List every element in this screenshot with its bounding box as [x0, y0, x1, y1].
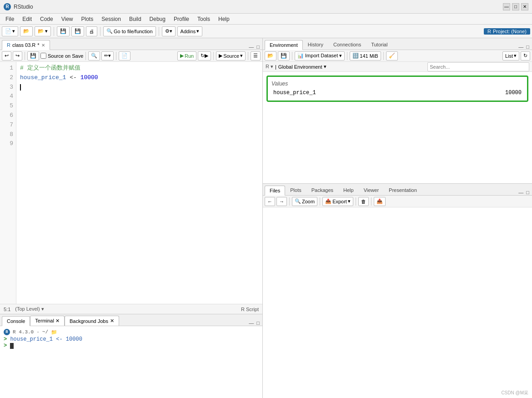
undo-button[interactable]: ↩ [2, 51, 11, 60]
menu-session[interactable]: Session [98, 15, 125, 23]
menu-build[interactable]: Build [125, 15, 145, 23]
cursor-position: 5:1 [4, 307, 10, 312]
env-tab-bar: Environment History Connections Tutorial… [263, 38, 532, 50]
print-button[interactable]: 🖨 [86, 26, 97, 36]
menu-code[interactable]: Code [36, 15, 57, 23]
tab-environment[interactable]: Environment [265, 40, 303, 50]
search-button[interactable]: 🔍 [88, 51, 100, 60]
maximize-console-button[interactable]: □ [256, 320, 261, 326]
publish-button[interactable]: 📤 [374, 197, 386, 206]
menu-tools[interactable]: Tools [194, 15, 214, 23]
files-toolbar: ← → 🔍 Zoom 📤 Export ▾ 🗑 📤 [263, 196, 532, 207]
save-all-button[interactable]: 💾 [71, 26, 84, 36]
env-highlight-box: Values house_price_1 10000 [266, 76, 528, 102]
addins-button[interactable]: Addins ▾ [177, 26, 203, 36]
workspace-button[interactable]: ⚙▾ [162, 26, 176, 36]
maximize-editor-button[interactable]: □ [256, 44, 261, 50]
editor-area: R class 03.R * ✕ — □ ↩ ↪ 💾 S [0, 38, 262, 314]
tab-viewer[interactable]: Viewer [359, 185, 384, 195]
env-section-values: Values [271, 81, 523, 87]
run-button[interactable]: ▶ Run [177, 51, 196, 60]
tab-terminal[interactable]: Terminal ✕ [30, 316, 65, 326]
menu-plots[interactable]: Plots [78, 15, 97, 23]
memory-indicator: 🔢 141 MiB [350, 51, 381, 60]
env-search-input[interactable] [427, 62, 529, 71]
refresh-button[interactable]: ↻ [521, 51, 530, 60]
project-badge[interactable]: R Project: (None) [484, 28, 530, 35]
tab-packages[interactable]: Packages [306, 185, 338, 195]
tab-plots[interactable]: Plots [285, 185, 306, 195]
code-editor[interactable]: 1 2 3 4 5 6 7 8 9 # 定义一个函数并赋值house_price… [0, 62, 262, 304]
open-file-button[interactable]: 📂 [20, 26, 33, 36]
left-panel: R class 03.R * ✕ — □ ↩ ↪ 💾 S [0, 38, 263, 398]
import-dataset-button[interactable]: 📊 Import Dataset ▾ [295, 51, 345, 60]
editor-tab-controls: — □ [248, 44, 262, 50]
menu-file[interactable]: File [2, 15, 18, 23]
tab-console[interactable]: Console [2, 316, 30, 326]
collapse-editor-button[interactable]: — [248, 44, 255, 50]
clear-workspace-button[interactable]: 🧹 [386, 51, 398, 60]
export-button[interactable]: 📤 Export ▾ [322, 197, 353, 206]
source-on-save-checkbox[interactable] [40, 53, 46, 59]
compile-button[interactable]: 📄 [119, 51, 130, 60]
code-content[interactable]: # 定义一个函数并赋值house_price_1 <- 10000 [16, 62, 262, 304]
script-type: R Script [241, 307, 259, 312]
files-sep-2 [320, 197, 320, 206]
close-button[interactable]: ✕ [521, 3, 528, 10]
tab-files[interactable]: Files [265, 186, 285, 196]
menu-profile[interactable]: Profile [170, 15, 193, 23]
menu-debug[interactable]: Debug [146, 15, 169, 23]
window-controls[interactable]: — □ ✕ [503, 3, 528, 10]
maximize-button[interactable]: □ [512, 3, 519, 10]
open-folder-icon[interactable]: 📁 [51, 329, 57, 335]
rerun-button[interactable]: ↻▶ [198, 51, 211, 60]
forward-button[interactable]: → [276, 197, 287, 206]
save-workspace-button[interactable]: 💾 [278, 51, 290, 60]
env-sep-2 [347, 52, 347, 60]
tab-help[interactable]: Help [338, 185, 359, 195]
tab-history[interactable]: History [303, 40, 328, 50]
maximize-files-button[interactable]: □ [525, 190, 530, 195]
collapse-files-button[interactable]: — [517, 190, 524, 195]
menu-edit[interactable]: Edit [19, 15, 35, 23]
editor-options-button[interactable]: ☰ [251, 51, 261, 60]
right-panel: Environment History Connections Tutorial… [263, 38, 532, 398]
tab-modified-indicator: * [37, 42, 39, 48]
new-file-button[interactable]: 📄▾ [2, 26, 18, 36]
zoom-button[interactable]: 🔍 Zoom [292, 197, 317, 206]
list-mode-button[interactable]: List ▾ [502, 51, 519, 60]
load-workspace-button[interactable]: 📂 [265, 51, 276, 60]
collapse-env-button[interactable]: — [517, 44, 524, 50]
console-content[interactable]: R R 4.3.0 · ~/ 📁 > house_price_1 <- 1000… [0, 326, 262, 398]
files-sep-1 [289, 197, 290, 206]
save-button[interactable]: 💾 [57, 26, 70, 36]
ed-sep-3 [116, 52, 116, 60]
source-on-save-label[interactable]: Source on Save [40, 53, 83, 59]
scope-bar: R ▾ | Global Environment ▾ [263, 62, 532, 72]
maximize-env-button[interactable]: □ [525, 44, 530, 50]
open-recent-button[interactable]: 📂▾ [35, 26, 51, 36]
source-dropdown-button[interactable]: ▶ Source ▾ [216, 51, 246, 60]
clear-plots-button[interactable]: 🗑 [358, 197, 369, 206]
collapse-console-button[interactable]: — [248, 320, 255, 326]
tab-tutorial[interactable]: Tutorial [366, 40, 392, 50]
menu-help[interactable]: Help [215, 15, 233, 23]
separator-1 [54, 27, 54, 36]
tab-label: class 03.R [12, 42, 35, 48]
tab-connections[interactable]: Connections [328, 40, 366, 50]
env-sep-1 [292, 52, 292, 60]
files-content [263, 207, 532, 398]
minimize-button[interactable]: — [503, 3, 510, 10]
tab-presentation[interactable]: Presentation [384, 185, 422, 195]
editor-tab-class03[interactable]: R class 03.R * ✕ [2, 40, 50, 50]
back-button[interactable]: ← [265, 197, 275, 206]
files-tabs: Files Plots Packages Help Viewer Present… [265, 185, 422, 195]
tab-close-button[interactable]: ✕ [41, 43, 45, 48]
save-file-button[interactable]: 💾 [27, 51, 39, 60]
code-tools-button[interactable]: ✏▾ [101, 51, 114, 60]
menu-view[interactable]: View [58, 15, 77, 23]
files-panel: Files Plots Packages Help Viewer Present… [263, 184, 532, 398]
go-to-file-button[interactable]: 🔍 Go to file/function [103, 26, 156, 36]
redo-button[interactable]: ↪ [13, 51, 22, 60]
tab-background-jobs[interactable]: Background Jobs ✕ [65, 316, 119, 326]
